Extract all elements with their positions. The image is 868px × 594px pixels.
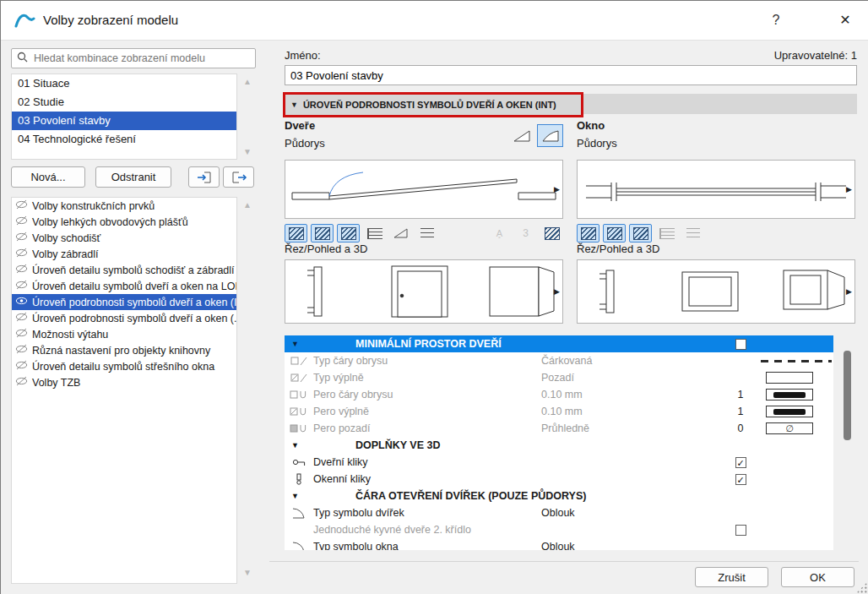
door-detail-text-marker-button[interactable]: Ḁ <box>488 224 511 243</box>
scroll-up-icon[interactable]: ▲ <box>243 200 252 210</box>
dashed-line-preview[interactable] <box>757 360 833 362</box>
door-elevation-drawing <box>285 260 562 323</box>
name-input[interactable] <box>285 65 857 85</box>
collapse-icon[interactable]: ▼ <box>290 101 298 109</box>
window-detail-option-5-button[interactable] <box>681 224 704 243</box>
table-row[interactable]: Typ výplně Pozadí <box>285 369 833 386</box>
door-detail-option-9-button[interactable] <box>540 224 563 243</box>
option-item[interactable]: Úroveň detailu symbolů dveří a oken na L… <box>12 278 236 294</box>
search-box[interactable] <box>11 48 256 68</box>
combination-item[interactable]: 01 Situace <box>12 74 236 93</box>
option-item[interactable]: Volby konstrukčních prvků <box>12 198 236 214</box>
combination-item[interactable]: 02 Studie <box>12 93 236 112</box>
transparent-pen-preview[interactable]: ∅ <box>757 422 833 434</box>
search-input[interactable] <box>32 52 250 65</box>
door-detail-option-5-button[interactable] <box>389 224 412 243</box>
option-item-selected[interactable]: Úroveň podrobnosti symbolů dveří a oken … <box>12 294 236 310</box>
hatch-icon <box>545 227 560 240</box>
fill-pen-icon <box>285 406 313 417</box>
preview-next-button[interactable]: ▶ <box>846 185 852 193</box>
eye-off-icon <box>15 344 28 357</box>
door-detail-option-1-button[interactable] <box>285 224 307 243</box>
editable-count-label: Upravovatelné: 1 <box>774 49 857 62</box>
line-type-icon <box>285 356 313 367</box>
annotation-highlight: ▼ ÚROVEŇ PODROBNOSTI SYMBOLŮ DVEŘÍ A OKE… <box>283 92 583 117</box>
checkbox-checked[interactable]: ✓ <box>735 457 746 468</box>
options-list: Volby konstrukčních prvků Volby lehkých … <box>11 197 237 584</box>
pen-preview[interactable] <box>757 389 833 401</box>
line-symbol-toggle[interactable] <box>508 124 534 147</box>
window-detail-option-2-button[interactable] <box>603 224 626 243</box>
door-detail-option-2-button[interactable] <box>311 224 334 243</box>
checkbox-checked[interactable]: ✓ <box>735 474 746 485</box>
option-item[interactable]: Úroveň detailu symbolů střešního okna <box>12 358 236 374</box>
door-detail-option-6-button[interactable] <box>415 224 438 243</box>
table-row[interactable]: Pero pozadí Průhledně 0 ∅ <box>285 420 833 437</box>
option-item[interactable]: Úroveň detailu symbolů schodišť a zábrad… <box>12 262 236 278</box>
scroll-down-icon[interactable]: ▼ <box>243 147 252 156</box>
collapse-icon[interactable]: ▼ <box>285 492 313 500</box>
fill-preview[interactable] <box>757 372 833 384</box>
window-detail-option-3-button[interactable] <box>629 224 652 243</box>
line-triangle-icon <box>513 128 531 143</box>
preview-next-button[interactable]: ▶ <box>554 185 560 193</box>
table-scrollbar-thumb[interactable] <box>844 351 851 440</box>
table-row[interactable]: Dveřní kliky ✓ <box>285 454 833 471</box>
group-header-3d-accessories[interactable]: ▼ DOPLŇKY VE 3D <box>285 437 833 454</box>
table-row[interactable]: Jednoduché kyvné dveře 2. křídlo <box>285 521 833 538</box>
section-header-bar[interactable]: ▼ ÚROVEŇ PODROBNOSTI SYMBOLŮ DVEŘÍ A OKE… <box>285 94 857 114</box>
table-row[interactable]: Typ symbolu dvířek Oblouk <box>285 504 833 521</box>
cancel-button[interactable]: Zrušit <box>695 567 768 587</box>
export-combination-button[interactable] <box>223 166 254 188</box>
combination-item-selected[interactable]: 03 Povolení stavby <box>12 112 236 130</box>
import-combination-button[interactable] <box>188 166 220 188</box>
preview-next-button[interactable]: ▶ <box>554 287 560 296</box>
ok-button[interactable]: OK <box>781 567 854 587</box>
window-section3d-label: Řez/Pohled a 3D <box>577 243 659 255</box>
delete-button[interactable]: Odstranit <box>95 166 171 188</box>
close-button[interactable]: ✕ <box>832 8 859 33</box>
door-section3d-preview[interactable]: ▶ <box>285 259 563 324</box>
preview-next-button[interactable]: ▶ <box>846 287 852 296</box>
table-row[interactable]: Pero výplně 0.10 mm 1 <box>285 403 833 420</box>
resize-grip[interactable] <box>856 582 867 593</box>
window-section3d-preview[interactable]: ▶ <box>577 259 855 324</box>
contour-pen-icon <box>285 390 313 401</box>
combination-item[interactable]: 04 Technologické řešení <box>12 130 236 149</box>
option-item[interactable]: Volby schodišť <box>12 230 236 246</box>
door-detail-option-4-button[interactable] <box>363 224 386 243</box>
window-detail-option-1-button[interactable] <box>577 224 599 243</box>
pen-preview[interactable] <box>757 406 833 417</box>
window-detail-option-4-button[interactable] <box>655 224 678 243</box>
option-item[interactable]: Volby TZB <box>12 374 236 390</box>
options-list-scrollbar: ▲ ▼ <box>239 200 256 577</box>
group-header-min-door-space[interactable]: ▼ MINIMÁLNÍ PROSTOR DVEŘÍ <box>285 335 833 352</box>
collapse-icon[interactable]: ▼ <box>285 441 313 450</box>
door-detail-option-3-button[interactable] <box>337 224 360 243</box>
new-button[interactable]: Nová... <box>11 166 85 188</box>
scroll-up-icon[interactable]: ▲ <box>243 77 252 86</box>
export-icon <box>231 171 247 184</box>
option-item[interactable]: Možnosti výtahu <box>12 326 236 342</box>
table-row[interactable]: Okenní kliky ✓ <box>285 471 833 488</box>
window-plan-preview[interactable]: ▶ <box>577 160 855 219</box>
option-item[interactable]: Volby lehkých obvodových plášťů <box>12 214 236 230</box>
lines-icon <box>686 228 700 239</box>
group-header-opening-line[interactable]: ▼ ČÁRA OTEVŘENÍ DVÍŘEK (POUZE PŮDORYS) <box>285 488 833 504</box>
arc-symbol-toggle[interactable] <box>537 124 563 147</box>
door-plan-preview[interactable]: ▶ <box>285 160 563 219</box>
group-checkbox-unchecked[interactable] <box>735 339 746 350</box>
table-row[interactable]: Typ čáry obrysu Čárkovaná <box>285 352 833 369</box>
table-row[interactable]: Pero čáry obrysu 0.10 mm 1 <box>285 386 833 403</box>
door-column: Dveře Půdorys ▶ <box>285 119 563 327</box>
option-item[interactable]: Úroveň podrobnosti symbolů dveří a oken … <box>12 310 236 326</box>
checkbox-unchecked[interactable] <box>735 525 746 536</box>
collapse-icon[interactable]: ▼ <box>285 340 313 348</box>
table-row[interactable]: Typ symbolu okna Oblouk <box>285 538 833 550</box>
option-item[interactable]: Volby zábradlí <box>12 246 236 262</box>
window-plan-drawing <box>578 161 854 218</box>
eye-icon <box>15 296 28 308</box>
option-item[interactable]: Různá nastavení pro objekty knihovny <box>12 342 236 358</box>
help-button[interactable]: ? <box>764 9 788 31</box>
scroll-down-icon[interactable]: ▼ <box>243 568 252 577</box>
